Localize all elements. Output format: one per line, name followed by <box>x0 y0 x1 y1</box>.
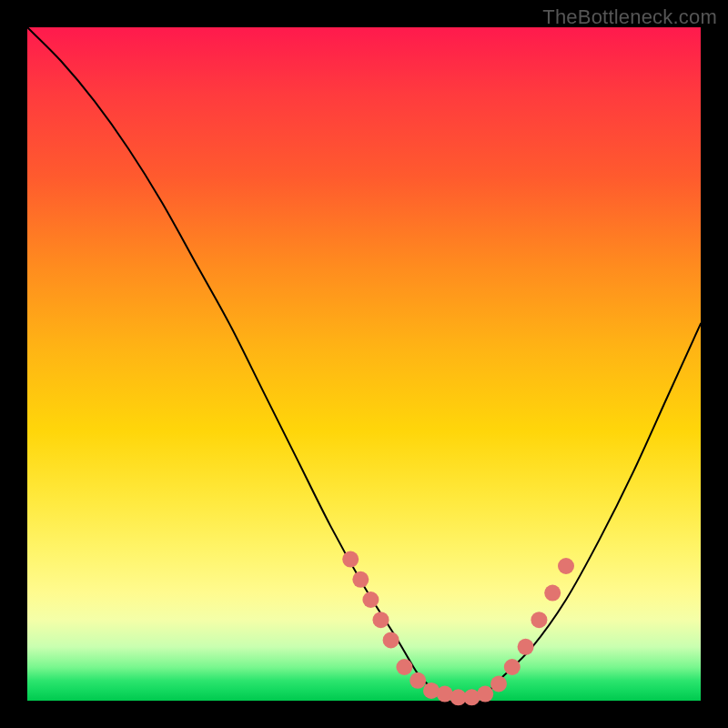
highlight-dot <box>362 592 379 608</box>
highlight-dot <box>504 659 521 675</box>
highlight-dot <box>396 659 412 675</box>
curve-layer <box>27 27 701 701</box>
highlight-dot <box>373 612 389 628</box>
highlight-dot <box>352 571 369 588</box>
highlight-dot <box>477 686 493 703</box>
watermark-text: TheBottleneck.com <box>542 5 717 29</box>
highlight-dot <box>383 632 399 648</box>
highlight-dot <box>531 612 547 628</box>
highlight-dot <box>342 551 359 568</box>
highlight-dot <box>410 672 426 689</box>
highlight-dot <box>518 639 534 655</box>
highlight-dot <box>558 558 574 574</box>
highlight-dot <box>490 676 507 693</box>
plot-area <box>27 27 701 701</box>
highlight-dot <box>544 585 561 602</box>
chart-frame: TheBottleneck.com <box>0 0 728 728</box>
highlight-dots <box>342 551 574 706</box>
